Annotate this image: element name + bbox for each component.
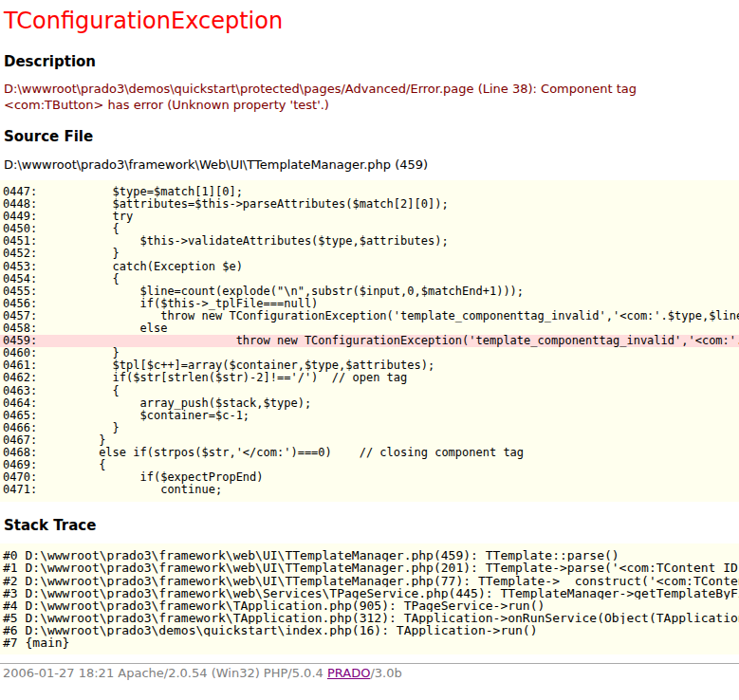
code-line: 0464: array_push($stack,$type);	[0, 397, 739, 410]
stack-trace-line: #1 D:\wwwroot\prado3\framework\web\UI\TT…	[0, 562, 739, 574]
stack-trace-line: #7 {main}	[0, 636, 739, 649]
prado-link[interactable]: PRADO	[327, 666, 370, 680]
code-line: 0471: continue;	[0, 484, 739, 496]
code-line: 0470: if($expectPropEnd)	[0, 471, 739, 484]
code-line: 0457: throw new TConfigurationException(…	[0, 310, 739, 322]
code-line: 0463: {	[0, 385, 739, 397]
stack-trace-block: #0 D:\wwwroot\prado3\framework\web\UI\TT…	[0, 543, 739, 654]
description-heading: Description	[0, 53, 739, 70]
code-line: 0466: }	[0, 422, 739, 434]
code-line: 0467: }	[0, 434, 739, 447]
code-line: 0451: $this->validateAttributes($type,$a…	[0, 235, 739, 248]
code-line: 0453: catch(Exception $e)	[0, 261, 739, 273]
stack-trace-line: #2 D:\wwwroot\prado3\framework\web\UI\TT…	[0, 575, 739, 587]
stack-trace-line: #5 D:\wwwroot\prado3\framework\TApplicat…	[0, 612, 739, 624]
code-line: 0450: {	[0, 223, 739, 235]
code-line: 0454: {	[0, 273, 739, 286]
code-line: 0452: }	[0, 248, 739, 260]
code-line-error: 0459: throw new TConfigurationException(…	[0, 335, 739, 347]
error-description-message: D:\wwwroot\prado3\demos\quickstart\prote…	[0, 81, 736, 113]
exception-error-page: TConfigurationException Description D:\w…	[0, 0, 739, 700]
code-line: 0456: if($this->_tplFile===null)	[0, 298, 739, 310]
code-line: 0460: }	[0, 347, 739, 359]
stack-trace-heading: Stack Trace	[0, 517, 739, 534]
code-line: 0455: $line=count(explode("\n",substr($i…	[0, 286, 739, 298]
code-line: 0458: else	[0, 322, 739, 335]
code-line: 0465: $container=$c-1;	[0, 410, 739, 422]
source-code-block: 0447: $type=$match[1][0];0448: $attribut…	[0, 180, 739, 502]
code-line: 0449: try	[0, 211, 739, 223]
source-file-path: D:\wwwroot\prado3\framework\Web\UI\TTemp…	[0, 157, 739, 172]
stack-trace-line: #3 D:\wwwroot\prado3\framework\web\Servi…	[0, 587, 739, 599]
stack-trace-line: #0 D:\wwwroot\prado3\framework\web\UI\TT…	[0, 549, 739, 562]
stack-trace-line: #4 D:\wwwroot\prado3\framework\TApplicat…	[0, 599, 739, 612]
footer: 2006-01-27 18:21 Apache/2.0.54 (Win32) P…	[0, 663, 739, 680]
code-line: 0468: else if(strpos($str,'</com:')===0)…	[0, 447, 739, 459]
prado-version: /3.0b	[370, 666, 401, 680]
code-line: 0447: $type=$match[1][0];	[0, 186, 739, 198]
code-line: 0469: {	[0, 459, 739, 471]
server-info: 2006-01-27 18:21 Apache/2.0.54 (Win32) P…	[3, 666, 327, 680]
page-title: TConfigurationException	[0, 8, 739, 34]
stack-trace-line: #6 D:\wwwroot\prado3\demos\quickstart\in…	[0, 624, 739, 636]
source-file-heading: Source File	[0, 128, 739, 145]
code-line: 0448: $attributes=$this->parseAttributes…	[0, 198, 739, 211]
code-line: 0462: if($str[strlen($str)-2]!=='/') // …	[0, 372, 739, 384]
code-line: 0461: $tpl[$c++]=array($container,$type,…	[0, 359, 739, 372]
